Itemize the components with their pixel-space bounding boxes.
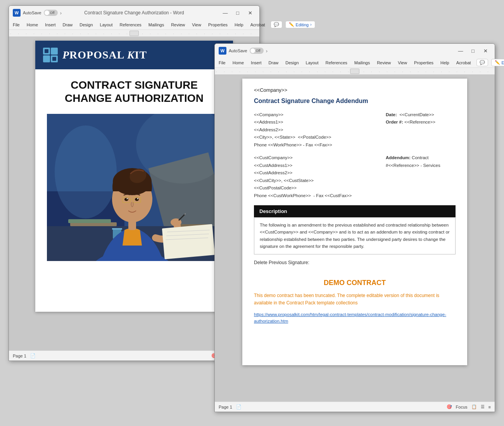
window-controls-2: — □ ✕ bbox=[455, 46, 491, 55]
desc-body: The following is an amendment to the pre… bbox=[254, 217, 456, 254]
minimize-btn-1[interactable]: — bbox=[220, 9, 231, 17]
tab-home-1[interactable]: Home bbox=[25, 22, 40, 28]
pk-logo-text: PROPOSAL KIT bbox=[62, 49, 147, 61]
pencil-icon-1: ✏️ bbox=[289, 22, 294, 27]
demo-link[interactable]: https://www.proposalkit.com/htm/legal-co… bbox=[254, 311, 456, 325]
titlebar-2: W AutoSave Off › — □ ✕ bbox=[215, 44, 495, 58]
svg-rect-10 bbox=[112, 228, 122, 230]
maximize-btn-1[interactable]: □ bbox=[232, 9, 243, 17]
minimize-btn-2[interactable]: — bbox=[455, 46, 466, 55]
ribbon-1: File Home Insert Draw Design Layout Refe… bbox=[9, 20, 259, 30]
tab-draw-2[interactable]: Draw bbox=[267, 60, 280, 66]
tab-help-1[interactable]: Help bbox=[233, 22, 245, 28]
tab-view-2[interactable]: View bbox=[396, 60, 409, 66]
cover-illustration bbox=[47, 114, 221, 263]
tab-references-1[interactable]: References bbox=[118, 22, 143, 28]
autosave-toggle-1[interactable]: Off bbox=[44, 10, 58, 16]
pk-logo-grid bbox=[43, 48, 58, 62]
editing-btn-1[interactable]: ✏️ Editing › bbox=[285, 21, 315, 28]
tab-draw-1[interactable]: Draw bbox=[61, 22, 74, 28]
cust-right: Addendum: Contract #<<Reference>> - Serv… bbox=[386, 154, 456, 199]
tab-insert-2[interactable]: Insert bbox=[249, 60, 263, 66]
tab-review-2[interactable]: Review bbox=[375, 60, 392, 66]
ruler-2 bbox=[215, 68, 495, 75]
comment-icon-1: 💬 bbox=[274, 22, 279, 27]
word-count-icon-1: 📄 bbox=[30, 353, 36, 358]
autosave-label-1: AutoSave bbox=[23, 10, 41, 15]
demo-title: DEMO CONTRACT bbox=[254, 278, 456, 288]
tab-acrobat-2[interactable]: Acrobat bbox=[455, 60, 473, 66]
svg-point-22 bbox=[127, 198, 128, 199]
doc-area-2: <<Company>> Contract Signature Change Ad… bbox=[215, 75, 495, 402]
tab-file-1[interactable]: File bbox=[11, 22, 21, 28]
close-btn-2[interactable]: ✕ bbox=[480, 46, 491, 55]
tab-layout-2[interactable]: Layout bbox=[304, 60, 320, 66]
ribbon-2: File Home Insert Draw Design Layout Refe… bbox=[215, 58, 495, 68]
ruler-1 bbox=[9, 30, 259, 37]
focus-icon-2: 🎯 bbox=[447, 404, 452, 409]
comment-icon-2: 💬 bbox=[480, 60, 485, 65]
tab-acrobat-1[interactable]: Acrobat bbox=[249, 22, 267, 28]
cover-header: PROPOSAL KIT bbox=[35, 41, 233, 69]
comment-btn-1[interactable]: 💬 bbox=[271, 21, 282, 28]
close-btn-1[interactable]: ✕ bbox=[245, 9, 255, 17]
view-icon-5: ☰ bbox=[481, 404, 485, 409]
demo-text: This demo contract has been truncated. T… bbox=[254, 292, 456, 307]
more-options-2[interactable]: › bbox=[266, 48, 268, 54]
word-count-icon-2: 📄 bbox=[236, 404, 242, 409]
word-logo-1: W bbox=[13, 9, 21, 17]
tab-help-2[interactable]: Help bbox=[439, 60, 451, 66]
word-window-2: W AutoSave Off › — □ ✕ File Home Insert … bbox=[214, 43, 495, 412]
cover-title: Contract Signature Change Authorization bbox=[43, 79, 225, 105]
maximize-btn-2[interactable]: □ bbox=[468, 46, 478, 55]
autosave-toggle-2[interactable]: Off bbox=[250, 48, 264, 54]
tab-design-2[interactable]: Design bbox=[284, 60, 300, 66]
doc-content-2: <<Company>> Contract Signature Change Ad… bbox=[242, 79, 467, 332]
svg-rect-27 bbox=[162, 224, 215, 259]
window-title-1: Contract Signature Change Authorization … bbox=[84, 10, 184, 15]
tab-file-2[interactable]: File bbox=[217, 60, 227, 66]
desc-header: Description bbox=[254, 205, 456, 218]
page-indicator-1: Page 1 bbox=[13, 354, 26, 358]
address-block: <<Company>> <<Address1>> <<Address2>> <<… bbox=[254, 111, 456, 149]
pencil-icon-2: ✏️ bbox=[495, 60, 500, 65]
delete-signature: Delete Previous Signature: bbox=[254, 259, 456, 266]
company-placeholder: <<Company>> bbox=[254, 86, 456, 94]
comment-btn-2[interactable]: 💬 bbox=[476, 59, 488, 66]
tab-mailings-1[interactable]: Mailings bbox=[147, 22, 166, 28]
titlebar-1: W AutoSave Off › Contract Signature Chan… bbox=[9, 6, 259, 20]
svg-rect-7 bbox=[68, 219, 111, 223]
chevron-icon-1: › bbox=[310, 22, 311, 27]
tab-review-1[interactable]: Review bbox=[169, 22, 186, 28]
addr-right: Date: <<CurrentDate>> Order #: <<Referen… bbox=[386, 111, 456, 149]
tab-layout-1[interactable]: Layout bbox=[98, 22, 114, 28]
autosave-label-2: AutoSave bbox=[229, 48, 247, 53]
svg-point-23 bbox=[137, 198, 138, 199]
view-icon-6: ≡ bbox=[488, 405, 491, 409]
customer-block: <<CustCompany>> <<CustAddress1>> <<CustA… bbox=[254, 154, 456, 199]
status-right-2: 🎯 Focus 📋 ☰ ≡ bbox=[447, 404, 491, 409]
svg-point-4 bbox=[55, 125, 117, 218]
cover-page: PROPOSAL KIT Contract Signature Change A… bbox=[35, 41, 233, 312]
tab-references-2[interactable]: References bbox=[324, 60, 349, 66]
doc-page-2: <<Company>> Contract Signature Change Ad… bbox=[242, 79, 467, 365]
tab-home-2[interactable]: Home bbox=[231, 60, 245, 66]
editing-btn-2[interactable]: ✏️ Editing › bbox=[491, 59, 504, 66]
addr-left: <<Company>> <<Address1>> <<Address2>> <<… bbox=[254, 111, 332, 149]
tab-prop-2[interactable]: Properties bbox=[413, 60, 435, 66]
tab-prop-1[interactable]: Properties bbox=[207, 22, 229, 28]
cust-left: <<CustCompany>> <<CustAddress1>> <<CustA… bbox=[254, 154, 352, 199]
tab-mailings-2[interactable]: Mailings bbox=[353, 60, 371, 66]
svg-point-21 bbox=[135, 198, 139, 201]
tab-view-1[interactable]: View bbox=[190, 22, 203, 28]
demo-section: DEMO CONTRACT This demo contract has bee… bbox=[254, 278, 456, 325]
view-icon-4: 📋 bbox=[471, 404, 477, 409]
status-bar-2: Page 1 📄 🎯 Focus 📋 ☰ ≡ bbox=[215, 402, 495, 412]
window-controls-1: — □ ✕ bbox=[220, 9, 255, 17]
svg-point-20 bbox=[124, 198, 128, 201]
tab-design-1[interactable]: Design bbox=[78, 22, 94, 28]
doc-main-title: Contract Signature Change Addendum bbox=[254, 96, 456, 106]
tab-insert-1[interactable]: Insert bbox=[43, 22, 57, 28]
more-options-1[interactable]: › bbox=[60, 10, 62, 16]
word-logo-2: W bbox=[219, 47, 226, 55]
